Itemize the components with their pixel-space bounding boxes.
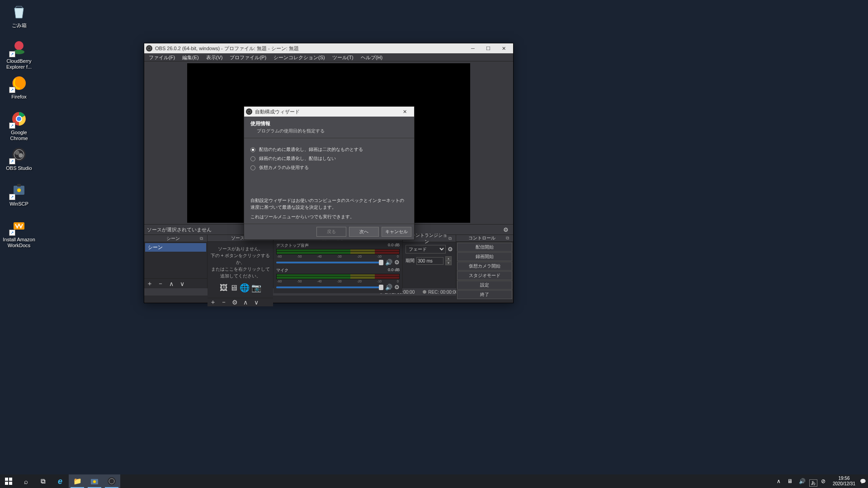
obs-titlebar[interactable]: OBS 26.0.2 (64-bit, windows) - プロファイル: 無… [144, 43, 513, 53]
tray-ime-icon[interactable]: あ [809, 479, 817, 487]
taskbar-ie-icon[interactable]: e [52, 474, 69, 488]
duration-label: 期間 [406, 258, 415, 264]
obs-window-title: OBS 26.0.2 (64-bit, windows) - プロファイル: 無… [155, 45, 465, 52]
dock-detach-icon[interactable]: ⧉ [200, 236, 205, 241]
spinner-down-icon[interactable]: ▼ [445, 261, 452, 265]
menu-profile[interactable]: プロファイル(P) [226, 53, 270, 61]
mixer-channel-name: マイク [276, 267, 288, 273]
wizard-next-button[interactable]: 次へ [349, 227, 379, 237]
close-button[interactable]: ✕ [496, 43, 511, 53]
desktop-icon-label: OBS Studio [2, 165, 36, 171]
transition-settings-button[interactable]: ⚙ [448, 246, 453, 253]
add-source-button[interactable]: ＋ [209, 298, 217, 306]
mixer-settings-button[interactable]: ⚙ [394, 259, 400, 266]
close-button[interactable]: ✕ [397, 107, 412, 117]
wizard-option-virtual-camera[interactable]: 仮想カメラのみ使用する [250, 164, 408, 171]
desktop-icon-firefox[interactable]: ↗ Firefox [2, 74, 36, 100]
obs-app-icon [146, 45, 152, 52]
dock-detach-icon[interactable]: ⧉ [506, 235, 511, 241]
duration-input[interactable] [416, 257, 443, 265]
start-streaming-button[interactable]: 配信開始 [457, 243, 512, 252]
sources-dock: ソース ⧉ ソースがありません。 下の + ボタンをクリックするか、 またはここ… [208, 235, 274, 288]
notifications-button[interactable]: 💬 [860, 474, 866, 488]
start-recording-button[interactable]: 録画開始 [457, 252, 512, 261]
svg-point-5 [17, 117, 21, 121]
svg-point-9 [19, 153, 23, 158]
wizard-option-streaming[interactable]: 配信のために最適化し、録画は二次的なものとする [250, 146, 408, 153]
tray-volume-icon[interactable]: 🔊 [796, 474, 808, 488]
taskbar-clock[interactable]: 19:56 2020/12/31 [829, 476, 859, 487]
menu-help[interactable]: ヘルプ(H) [357, 53, 386, 61]
camera-source-icon: 📷 [251, 282, 261, 294]
menu-file[interactable]: ファイル(F) [145, 53, 179, 61]
task-view-button[interactable]: ⧉ [34, 474, 52, 488]
desktop-icon-cloudberry[interactable]: ↗ CloudBerry Explorer f... [2, 38, 36, 70]
wizard-titlebar[interactable]: 自動構成ウィザード ✕ [244, 107, 414, 117]
windows-taskbar: ⌕ ⧉ e 📁 ∧ 🖥 🔊 あ ⊘ 19:56 2020/12/31 💬 [0, 474, 868, 488]
desktop-icon-winscp[interactable]: ↗ WinSCP [2, 181, 36, 207]
mixer-ticks: -60-50-40-30-20-100 [276, 280, 400, 283]
transition-mode-select[interactable]: フェード [406, 245, 446, 253]
mixer-meter [276, 252, 400, 254]
settings-button[interactable]: 設定 [457, 281, 512, 290]
desktop-icon-workdocs[interactable]: ↗ Install Amazon WorkDocs [2, 217, 36, 249]
svg-rect-14 [5, 478, 8, 481]
radio-icon [250, 147, 255, 152]
remove-scene-button[interactable]: － [157, 280, 164, 288]
add-scene-button[interactable]: ＋ [146, 280, 153, 288]
desktop-icon-label: Install Amazon WorkDocs [2, 237, 36, 249]
scene-item[interactable]: シーン [145, 243, 206, 252]
tray-network-icon[interactable]: 🖥 [784, 474, 795, 488]
tray-status-icon[interactable]: ⊘ [818, 474, 828, 488]
browser-source-icon: 🌐 [240, 282, 250, 294]
sources-list[interactable]: ソースがありません。 下の + ボタンをクリックするか、 またはここを右クリック… [208, 242, 273, 298]
desktop-icon-obs[interactable]: ↗ OBS Studio [2, 145, 36, 171]
source-up-button[interactable]: ∧ [242, 299, 249, 306]
minimize-button[interactable]: ─ [465, 43, 481, 53]
desktop-icon-recycle-bin[interactable]: ごみ箱 [2, 3, 36, 28]
scenes-list[interactable]: シーン [144, 242, 207, 278]
taskbar-winscp-icon[interactable] [86, 474, 103, 488]
source-down-button[interactable]: ∨ [253, 299, 260, 306]
source-properties-gear-icon[interactable]: ⚙ [501, 225, 510, 234]
radio-icon [250, 156, 255, 161]
maximize-button[interactable]: ☐ [481, 43, 496, 53]
scene-down-button[interactable]: ∨ [179, 280, 186, 287]
studio-mode-button[interactable]: スタジオモード [457, 271, 512, 280]
svg-rect-16 [5, 482, 8, 485]
taskbar-obs-icon[interactable] [103, 474, 120, 488]
wizard-option-recording[interactable]: 録画のために最適化し、配信はしない [250, 155, 408, 162]
wizard-option-label: 配信のために最適化し、録画は二次的なものとする [259, 146, 363, 153]
mixer-channel-level: 0.0 dB [388, 267, 400, 273]
menu-edit[interactable]: 編集(E) [179, 53, 203, 61]
mixer-meter [276, 249, 400, 252]
dock-detach-icon[interactable]: ⧉ [448, 236, 454, 241]
mute-button[interactable]: 🔊 [385, 259, 392, 266]
spinner-up-icon[interactable]: ▲ [445, 256, 452, 261]
source-properties-button[interactable]: ⚙ [231, 299, 238, 306]
start-button[interactable] [0, 474, 17, 488]
volume-slider[interactable] [276, 286, 383, 288]
menu-tools[interactable]: ツール(T) [329, 53, 357, 61]
tray-expand-icon[interactable]: ∧ [774, 474, 783, 488]
menu-scene-collection[interactable]: シーンコレクション(S) [270, 53, 329, 61]
mixer-settings-button[interactable]: ⚙ [394, 284, 400, 291]
mixer-channel-desktop: デスクトップ音声 0.0 dB -60-50-40-30-20-100 🔊 ⚙ [274, 243, 401, 266]
volume-slider[interactable] [276, 262, 383, 263]
desktop-icon-chrome[interactable]: ↗ Google Chrome [2, 110, 36, 141]
wizard-option-label: 録画のために最適化し、配信はしない [259, 155, 336, 162]
svg-point-0 [14, 41, 24, 50]
mute-button[interactable]: 🔊 [385, 284, 392, 291]
scenes-dock: シーン ⧉ シーン ＋ － ∧ ∨ [144, 235, 208, 288]
remove-source-button[interactable]: － [220, 298, 227, 306]
controls-dock-title: コントロール [458, 235, 506, 241]
exit-button[interactable]: 終了 [457, 290, 512, 299]
svg-rect-15 [9, 478, 12, 481]
scene-up-button[interactable]: ∧ [168, 280, 175, 287]
wizard-cancel-button[interactable]: キャンセル [382, 227, 411, 237]
start-virtual-camera-button[interactable]: 仮想カメラ開始 [457, 262, 512, 271]
taskbar-explorer-icon[interactable]: 📁 [69, 474, 86, 488]
search-button[interactable]: ⌕ [17, 474, 34, 488]
auto-config-wizard-dialog: 自動構成ウィザード ✕ 使用情報 プログラムの使用目的を指定する 配信のために最… [244, 106, 415, 240]
menu-view[interactable]: 表示(V) [203, 53, 226, 61]
